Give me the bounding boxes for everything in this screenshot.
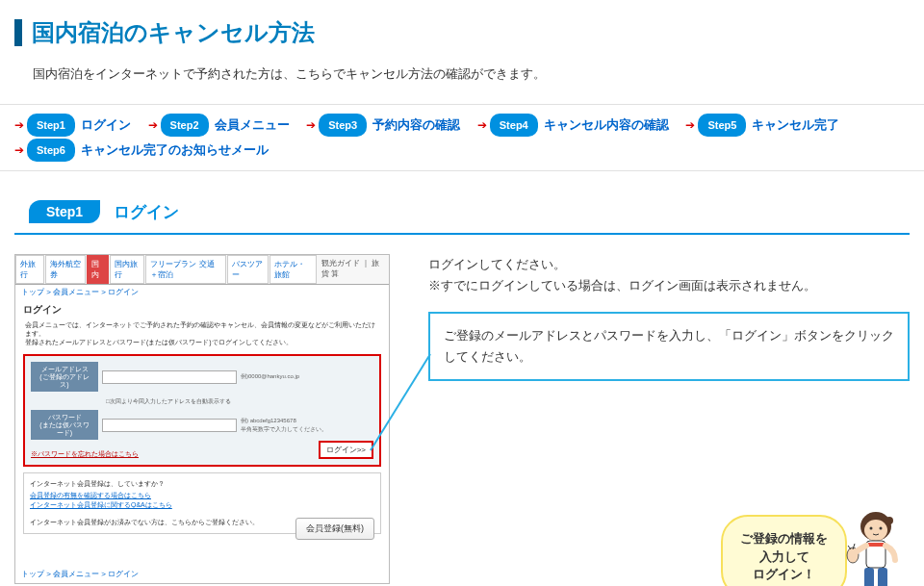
arrow-right-icon: ➔: [14, 114, 24, 137]
svg-rect-7: [864, 568, 874, 586]
svg-point-4: [886, 517, 893, 524]
step-badge: Step1: [27, 114, 75, 137]
step-badge: Step4: [490, 114, 538, 137]
bubble-line: ログイン！: [753, 567, 815, 581]
step-label: キャンセル完了のお知らせメール: [81, 138, 269, 163]
mock-checkbox: □次回より今回入力したアドレスを自動表示する: [31, 397, 373, 406]
step-link-1[interactable]: ➔ Step1 ログイン: [14, 113, 131, 138]
mascot-icon: [839, 507, 907, 586]
svg-rect-6: [868, 543, 884, 547]
mock-pw-label: パスワード (または仮パスワード): [31, 410, 98, 440]
arrow-right-icon: ➔: [685, 114, 695, 137]
mock-tab: 海外航空券: [45, 255, 87, 284]
section-badge: Step1: [29, 200, 100, 223]
step-label: キャンセル完了: [752, 113, 839, 138]
arrow-right-icon: ➔: [477, 114, 487, 137]
step-label: ログイン: [81, 113, 131, 138]
mock-login-button: ログイン>>: [319, 441, 373, 459]
mock-email-input: [102, 370, 237, 384]
step-link-4[interactable]: ➔ Step4 キャンセル内容の確認: [477, 113, 669, 138]
mock-register-button: 会員登録(無料): [295, 518, 374, 540]
step-badge: Step6: [27, 139, 75, 162]
mock-pw-row: パスワード (または仮パスワード) 例) abcdefg12345678 半角英…: [31, 410, 373, 440]
mock-reg-desc-text: インターネット会員登録がお済みでない方は、こちらからご登録ください。: [30, 519, 259, 525]
step-badge: Step2: [161, 114, 209, 137]
step-label: 会員メニュー: [215, 113, 290, 138]
mock-email-row: メールアドレス (ご登録のアドレス) 例)0000@hankyu.co.jp: [31, 362, 373, 392]
mock-tab: 国内旅行: [110, 255, 144, 284]
mock-login-title: ログイン: [15, 299, 389, 320]
step-label: キャンセル内容の確認: [544, 113, 669, 138]
mock-bottom-breadcrumb: トップ > 会員メニュー > ログイン: [15, 540, 389, 583]
svg-point-2: [870, 527, 873, 530]
arrow-right-icon: ➔: [148, 114, 158, 137]
description-text: ログインしてください。 ※すでにログインしている場合は、ログイン画面は表示されま…: [428, 254, 910, 296]
svg-point-1: [864, 520, 887, 541]
speech-bubble: ご登録の情報を 入力して ログイン！: [721, 515, 847, 586]
callout-box: ご登録のメールアドレスとパスワードを入力し、「ログイン」ボタンをクリックしてくだ…: [428, 312, 910, 381]
step-navigation: ➔ Step1 ログイン ➔ Step2 会員メニュー ➔ Step3 予約内容…: [0, 104, 924, 171]
mock-reg-link: インターネット会員登録に関するQ&Aはこちら: [30, 500, 374, 510]
page-subtitle: 国内宿泊をインターネットで予約された方は、こちらでキャンセル方法の確認ができます…: [0, 60, 924, 104]
mascot-character: [839, 507, 907, 586]
page-title: 国内宿泊のキャンセル方法: [32, 17, 315, 48]
step-badge: Step3: [319, 114, 367, 137]
mock-tab-right: 観光ガイド ｜ 旅 貨 算: [318, 255, 389, 284]
mock-login-desc: 会員メニューでは、インターネットでご予約された予約の確認やキャンセル、会員情報の…: [15, 320, 389, 350]
mock-reg-desc: インターネット会員登録がお済みでない方は、こちらからご登録ください。 会員登録(…: [30, 518, 374, 527]
step-link-3[interactable]: ➔ Step3 予約内容の確認: [306, 113, 460, 138]
svg-rect-8: [878, 568, 887, 586]
mock-reg-link: 会員登録の有無を確認する場合はこちら: [30, 491, 374, 500]
screenshot-column: 外旅行 海外航空券 国内 国内旅行 フリープラン 交通＋宿泊 バスツアー ホテル…: [14, 254, 390, 584]
title-marker: [14, 19, 22, 46]
step-link-2[interactable]: ➔ Step2 会員メニュー: [148, 113, 290, 138]
mock-pw-hint: 例) abcdefg12345678 半角英数字で入力してください。: [241, 417, 327, 434]
mock-tab: バスツアー: [227, 255, 269, 284]
mock-login-box: メールアドレス (ご登録のアドレス) 例)0000@hankyu.co.jp □…: [23, 354, 381, 467]
mock-forgot-link: ※パスワードを忘れた場合はこちら: [31, 449, 139, 459]
content-row: 外旅行 海外航空券 国内 国内旅行 フリープラン 交通＋宿泊 バスツアー ホテル…: [0, 254, 924, 586]
mascot-area: ご登録の情報を 入力して ログイン！: [721, 507, 907, 586]
mock-breadcrumb: トップ > 会員メニュー > ログイン: [15, 285, 389, 299]
desc-line-1: ログインしてください。: [428, 257, 566, 271]
mock-tab: 外旅行: [15, 255, 44, 284]
section-title: ログイン: [114, 201, 179, 223]
arrow-right-icon: ➔: [306, 114, 316, 137]
callout-arrow-icon: [367, 350, 434, 456]
step-badge: Step5: [698, 114, 746, 137]
step-label: 予約内容の確認: [372, 113, 460, 138]
step-link-5[interactable]: ➔ Step5 キャンセル完了: [685, 113, 839, 138]
step-link-6[interactable]: ➔ Step6 キャンセル完了のお知らせメール: [14, 138, 269, 163]
bubble-line: 入力して: [759, 549, 809, 564]
section-header: Step1 ログイン: [14, 171, 910, 235]
mock-email-hint: 例)0000@hankyu.co.jp: [241, 372, 299, 381]
mock-tab-active: 国内: [87, 255, 109, 284]
mock-pw-input: [102, 419, 237, 432]
callout-text: ご登録のメールアドレスとパスワードを入力し、「ログイン」ボタンをクリックしてくだ…: [444, 328, 894, 364]
mock-register-box: インターネット会員登録は、していますか？ 会員登録の有無を確認する場合はこちら …: [23, 472, 381, 534]
mock-tabs: 外旅行 海外航空券 国内 国内旅行 フリープラン 交通＋宿泊 バスツアー ホテル…: [15, 255, 389, 285]
mock-email-label: メールアドレス (ご登録のアドレス): [31, 362, 98, 392]
login-screen-mockup: 外旅行 海外航空券 国内 国内旅行 フリープラン 交通＋宿泊 バスツアー ホテル…: [14, 254, 390, 584]
mock-tab: フリープラン 交通＋宿泊: [145, 255, 226, 284]
mock-tab: ホテル・旅館: [270, 255, 317, 284]
desc-line-2: ※すでにログインしている場合は、ログイン画面は表示されません。: [428, 278, 816, 293]
bubble-line: ご登録の情報を: [740, 531, 828, 546]
svg-point-3: [880, 527, 883, 530]
arrow-right-icon: ➔: [14, 139, 24, 162]
mock-reg-q: インターネット会員登録は、していますか？: [30, 479, 374, 489]
